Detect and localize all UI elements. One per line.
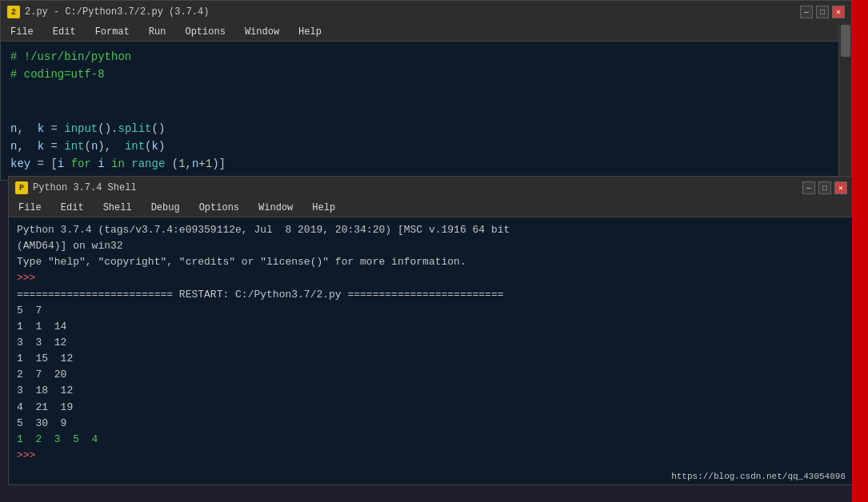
editor-scrollbar-thumb[interactable]	[841, 25, 850, 57]
editor-title-text: 2.py - C:/Python3.7/2.py (3.7.4)	[25, 6, 209, 18]
shell-prompt-final: >>>	[17, 448, 846, 464]
code-line-2: # coding=utf-8	[10, 66, 842, 83]
shell-prompt-symbol-2: >>>	[17, 449, 35, 461]
shell-minimize-button[interactable]: —	[802, 181, 815, 194]
editor-menu-window[interactable]: Window	[242, 25, 282, 39]
shell-content-area[interactable]: Python 3.7.4 (tags/v3.7.4:e09359112e, Ju…	[9, 217, 854, 468]
shell-controls: — □ ✕	[802, 181, 847, 194]
shell-title-text: Python 3.7.4 Shell	[33, 182, 137, 193]
editor-icon: 2	[7, 6, 20, 18]
editor-menu-format[interactable]: Format	[92, 25, 133, 39]
code-line-3	[10, 84, 842, 102]
red-sidebar	[852, 0, 868, 502]
shell-output-6: 3 18 12	[17, 383, 846, 399]
editor-window: 2 2.py - C:/Python3.7/2.py (3.7.4) — □ ✕…	[0, 0, 852, 181]
shell-restart-line: ========================= RESTART: C:/Py…	[17, 287, 846, 303]
shell-close-button[interactable]: ✕	[834, 181, 847, 194]
code-line-5: n, k = input().split()	[10, 120, 842, 137]
shell-maximize-button[interactable]: □	[818, 181, 831, 194]
editor-menu-bar: File Edit Format Run Options Window Help	[1, 23, 851, 42]
shell-colored-text: 1 2 3 5 4	[17, 433, 98, 445]
editor-title-left: 2 2.py - C:/Python3.7/2.py (3.7.4)	[7, 6, 209, 18]
code-line-7: key = [i for i in range (1,n+1)]	[10, 155, 842, 173]
shell-output-3: 3 3 12	[17, 335, 846, 351]
shell-title-bar: P Python 3.7.4 Shell — □ ✕	[9, 177, 854, 199]
editor-title-bar: 2 2.py - C:/Python3.7/2.py (3.7.4) — □ ✕	[1, 1, 851, 23]
shell-intro-3: Type "help", "copyright", "credits" or "…	[17, 254, 846, 270]
shell-output-8: 5 30 9	[17, 416, 846, 432]
editor-menu-file[interactable]: File	[7, 25, 37, 39]
shell-footer: https://blog.csdn.net/qq_43054896	[9, 468, 854, 484]
shell-url: https://blog.csdn.net/qq_43054896	[671, 472, 846, 481]
shell-output-1: 5 7	[17, 303, 846, 319]
shell-menu-bar: File Edit Shell Debug Options Window Hel…	[9, 199, 854, 217]
shell-output-4: 1 15 12	[17, 351, 846, 367]
shell-menu-shell[interactable]: Shell	[100, 201, 135, 215]
shell-window: P Python 3.7.4 Shell — □ ✕ File Edit She…	[8, 176, 854, 485]
editor-menu-options[interactable]: Options	[182, 25, 228, 39]
editor-controls: — □ ✕	[800, 6, 845, 18]
shell-colored-output: 1 2 3 5 4	[17, 432, 846, 448]
shell-menu-file[interactable]: File	[15, 201, 45, 215]
editor-icon-label: 2	[11, 8, 16, 17]
shell-intro-1: Python 3.7.4 (tags/v3.7.4:e09359112e, Ju…	[17, 222, 846, 238]
code-line-6: n, k = int(n), int(k)	[10, 137, 842, 155]
editor-menu-edit[interactable]: Edit	[50, 25, 79, 39]
code-line-1: # !/usr/bin/python	[10, 48, 842, 66]
shell-output-5: 2 7 20	[17, 367, 846, 383]
shell-title-left: P Python 3.7.4 Shell	[15, 181, 137, 194]
editor-maximize-button[interactable]: □	[816, 6, 829, 18]
editor-menu-run[interactable]: Run	[146, 25, 170, 39]
code-line-4	[10, 102, 842, 119]
shell-prompt-symbol-1: >>>	[17, 272, 35, 284]
shell-menu-options[interactable]: Options	[196, 201, 242, 215]
shell-menu-help[interactable]: Help	[309, 201, 338, 215]
editor-close-button[interactable]: ✕	[832, 6, 845, 18]
shell-menu-debug[interactable]: Debug	[148, 201, 183, 215]
shell-output-2: 1 1 14	[17, 319, 846, 335]
shell-icon: P	[15, 181, 28, 194]
editor-code-area[interactable]: # !/usr/bin/python # coding=utf-8 n, k =…	[1, 42, 851, 180]
shell-menu-edit[interactable]: Edit	[58, 201, 87, 215]
shell-prompt-initial: >>>	[17, 270, 846, 286]
editor-minimize-button[interactable]: —	[800, 6, 813, 18]
shell-output-7: 4 21 19	[17, 400, 846, 416]
shell-intro-2: (AMD64)] on win32	[17, 238, 846, 254]
shell-icon-label: P	[19, 184, 24, 193]
editor-menu-help[interactable]: Help	[295, 25, 325, 39]
shell-menu-window[interactable]: Window	[255, 201, 296, 215]
